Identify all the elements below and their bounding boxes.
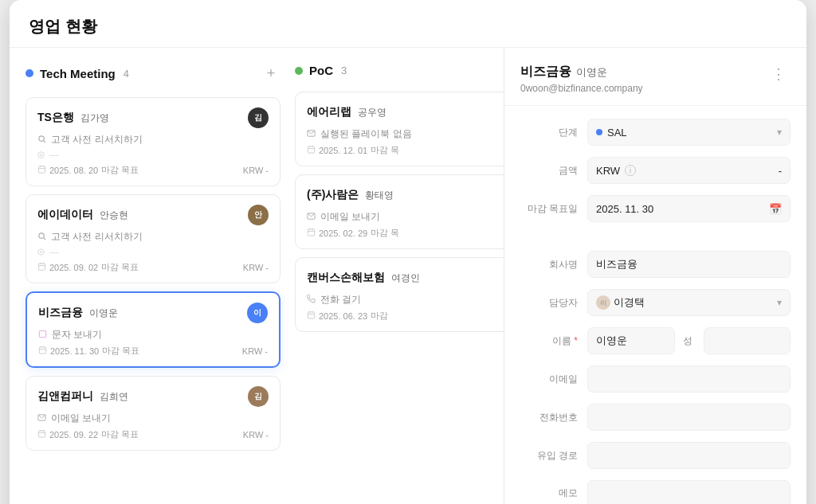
date-value: 2025. 06. 23 bbox=[319, 311, 367, 321]
calendar-icon bbox=[307, 228, 316, 238]
column-dot bbox=[295, 67, 303, 75]
calendar-icon bbox=[37, 429, 46, 440]
column-count: 3 bbox=[341, 64, 347, 76]
card-header-row: 김앤컴퍼니 김희연 김 bbox=[37, 386, 269, 407]
card-date: 2025. 09. 02 마감 목표 bbox=[37, 261, 139, 273]
svg-point-7 bbox=[39, 233, 44, 238]
detail-panel: 비즈금융 이영운 0woon@bizfinance.company ⋮ 단계 S… bbox=[504, 48, 806, 504]
email-input[interactable] bbox=[596, 373, 782, 385]
deal-card-aedata[interactable]: 에이데이터 안승현 안 고객 사전 리서치하기 — 2025. 09. 02 마… bbox=[26, 194, 280, 283]
card-title-group: 비즈금융 이영운 bbox=[38, 306, 118, 320]
detail-person-name: 이영운 bbox=[576, 65, 607, 80]
last-name-input[interactable] bbox=[712, 335, 783, 347]
card-company: 에이데이터 bbox=[37, 208, 93, 221]
kanban-area: Tech Meeting 4 + TS은행 김가영 김 고객 사전 리서치하기 … bbox=[10, 48, 504, 504]
page-title: 영업 현황 bbox=[29, 18, 97, 35]
card-footer-row: 2025. 11. 30 마감 목표 KRW - bbox=[38, 345, 268, 357]
detail-company-name: 비즈금융 bbox=[520, 64, 571, 80]
card-footer-row: 2025. 02. 29 마감 목 bbox=[307, 227, 504, 239]
card-task-row2: — bbox=[37, 150, 269, 161]
first-name-input[interactable] bbox=[596, 335, 666, 347]
card-header-row: 비즈금융 이영운 이 bbox=[38, 303, 268, 323]
card-avatar: 김 bbox=[248, 386, 269, 407]
company-input[interactable] bbox=[596, 259, 782, 271]
deal-card-jusalang[interactable]: (주)사람은 황태영 황 이메일 보내기 2025. 02. 29 마감 목 bbox=[295, 174, 504, 249]
assignee-label: 담당자 bbox=[520, 296, 578, 310]
task-icon2 bbox=[37, 248, 45, 257]
amount-field[interactable]: KRW i - bbox=[587, 157, 790, 184]
assignee-value: 이경택 bbox=[614, 295, 645, 310]
card-header-row: TS은행 김가영 김 bbox=[37, 107, 269, 128]
assignee-field[interactable]: 이 이경택 ▾ bbox=[587, 289, 790, 316]
stage-value: SAL bbox=[607, 127, 627, 139]
company-field[interactable] bbox=[587, 251, 790, 278]
card-title-group: (주)사람은 황태영 bbox=[307, 188, 394, 202]
detail-menu-button[interactable]: ⋮ bbox=[767, 64, 790, 84]
stage-field[interactable]: SAL ▾ bbox=[587, 119, 790, 146]
deadline-label: 마감 목표일 bbox=[520, 202, 578, 216]
deal-card-ts-bank[interactable]: TS은행 김가영 김 고객 사전 리서치하기 — 2025. 08. 20 마감… bbox=[26, 97, 280, 186]
memo-label: 메모 bbox=[520, 486, 578, 500]
phone-input[interactable] bbox=[596, 412, 782, 424]
card-person: 김희연 bbox=[100, 391, 128, 402]
card-header-row: 에이데이터 안승현 안 bbox=[37, 205, 269, 225]
card-task-row: 문자 보내기 bbox=[38, 328, 268, 342]
deal-card-canvas[interactable]: 캔버스손해보험 여경인 여 전화 걸기 2025. 06. 23 마감 bbox=[295, 257, 504, 332]
svg-line-1 bbox=[44, 141, 46, 143]
date-label: 마감 목표 bbox=[101, 428, 139, 440]
deadline-row: 마감 목표일 2025. 11. 30 📅 bbox=[520, 195, 790, 222]
inflow-input[interactable] bbox=[596, 450, 782, 462]
svg-point-2 bbox=[40, 154, 41, 155]
phone-field[interactable] bbox=[587, 404, 790, 431]
app-window: 영업 현황 Tech Meeting 4 + TS은행 김가영 김 고객 사전 … bbox=[10, 0, 806, 504]
inflow-field[interactable] bbox=[587, 442, 790, 469]
card-title-group: TS은행 김가영 bbox=[37, 111, 109, 125]
task-text: 고객 사전 리서치하기 bbox=[51, 133, 143, 147]
detail-company-info: 비즈금융 이영운 0woon@bizfinance.company bbox=[520, 64, 643, 94]
card-person: 여경인 bbox=[391, 272, 420, 283]
task-icon bbox=[307, 212, 316, 222]
deal-card-airlab[interactable]: 에어리랩 공우영 공 실행된 플레이북 없음 2025. 12. 01 마감 목 bbox=[295, 92, 504, 166]
date-label: 마감 목표 bbox=[101, 261, 139, 273]
add-card-button[interactable]: + bbox=[261, 64, 280, 83]
email-label: 이메일 bbox=[520, 373, 578, 386]
deal-card-kimaen[interactable]: 김앤컴퍼니 김희연 김 이메일 보내기 2025. 09. 22 마감 목표 K… bbox=[26, 376, 280, 451]
name-row: 이름 성 bbox=[520, 327, 790, 354]
svg-rect-10 bbox=[38, 264, 45, 270]
card-title-group: 에어리랩 공우영 bbox=[307, 105, 386, 119]
card-footer-row: 2025. 09. 22 마감 목표 KRW - bbox=[37, 428, 269, 440]
card-amount: KRW - bbox=[243, 166, 269, 175]
card-title-group: 김앤컴퍼니 김희연 bbox=[37, 389, 128, 404]
info-icon: i bbox=[625, 165, 636, 176]
card-date: 2025. 06. 23 마감 bbox=[307, 310, 388, 322]
inflow-row: 유입 경로 bbox=[520, 442, 790, 469]
card-date: 2025. 12. 01 마감 목 bbox=[307, 144, 399, 156]
column-title: Tech Meeting bbox=[40, 67, 116, 80]
svg-rect-20 bbox=[38, 431, 45, 437]
card-person: 안승현 bbox=[100, 209, 128, 221]
card-company: TS은행 bbox=[37, 111, 74, 123]
surname-field[interactable] bbox=[704, 327, 791, 354]
deadline-field[interactable]: 2025. 11. 30 📅 bbox=[587, 195, 790, 222]
date-value: 2025. 02. 29 bbox=[319, 229, 367, 238]
email-field[interactable] bbox=[587, 365, 790, 393]
task-icon bbox=[37, 413, 46, 424]
card-company: (주)사람은 bbox=[307, 188, 359, 201]
card-person: 황태영 bbox=[365, 189, 394, 201]
card-header-row: (주)사람은 황태영 황 bbox=[307, 185, 504, 205]
name-field[interactable] bbox=[587, 327, 675, 354]
content-area: Tech Meeting 4 + TS은행 김가영 김 고객 사전 리서치하기 … bbox=[10, 48, 806, 504]
card-header-row: 캔버스손해보험 여경인 여 bbox=[307, 268, 504, 288]
task-text: 문자 보내기 bbox=[52, 328, 102, 342]
task-text: 이메일 보내기 bbox=[51, 412, 111, 425]
card-amount: KRW - bbox=[243, 263, 269, 272]
date-value: 2025. 08. 20 bbox=[49, 166, 98, 175]
svg-rect-15 bbox=[39, 347, 45, 354]
card-amount: KRW - bbox=[242, 346, 268, 356]
svg-point-9 bbox=[40, 251, 41, 252]
date-label: 마감 목 bbox=[371, 227, 399, 239]
card-task-row: 이메일 보내기 bbox=[37, 412, 269, 425]
memo-input[interactable] bbox=[596, 487, 782, 499]
deal-card-bizfinance[interactable]: 비즈금융 이영운 이 문자 보내기 2025. 11. 30 마감 목표 KRW… bbox=[26, 291, 280, 368]
memo-field[interactable] bbox=[587, 480, 790, 504]
